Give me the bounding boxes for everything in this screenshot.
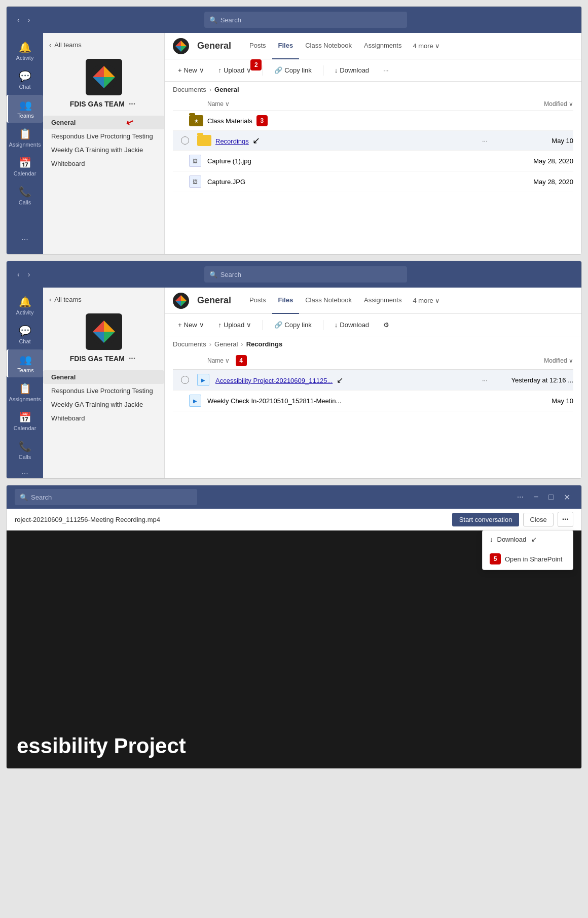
file-row-recordings[interactable]: Recordings ↙ ··· May 10 bbox=[173, 131, 573, 151]
tab-classnotebook-1[interactable]: Class Notebook bbox=[299, 33, 358, 59]
toolbar-more-2[interactable]: ⚙ bbox=[378, 319, 394, 331]
upload-btn-2[interactable]: ↑ Upload ∨ bbox=[213, 319, 257, 331]
copylink-btn-1[interactable]: 🔗 Copy link bbox=[269, 64, 316, 76]
channel-whiteboard-2[interactable]: Whiteboard bbox=[43, 411, 164, 425]
sidebar-2-more[interactable]: ··· bbox=[7, 465, 43, 479]
forward-arrow-2[interactable]: › bbox=[25, 269, 33, 279]
chevron-down-icon-2: ∨ bbox=[435, 297, 440, 304]
all-teams-back[interactable]: ‹ All teams bbox=[43, 39, 164, 55]
new-btn-2[interactable]: + New ∨ bbox=[173, 319, 209, 331]
start-conversation-btn[interactable]: Start conversation bbox=[452, 513, 520, 526]
tab-posts-1[interactable]: Posts bbox=[243, 33, 272, 59]
tab-more-2[interactable]: 4 more ∨ bbox=[408, 288, 445, 314]
channel-whiteboard[interactable]: Whiteboard bbox=[43, 157, 164, 170]
dropdown-download[interactable]: ↓ Download ↙ bbox=[483, 531, 573, 548]
sidebar-2-teams[interactable]: 👥 Teams bbox=[7, 349, 43, 377]
copylink-btn-2[interactable]: 🔗 Copy link bbox=[269, 319, 316, 331]
channel-respondus[interactable]: Respondus Live Proctoring Testing bbox=[43, 129, 164, 143]
team-card-1: FDIS GAs TEAM ··· bbox=[43, 55, 164, 114]
file-row-capture1[interactable]: 🖼 Capture (1).jpg May 28, 2020 bbox=[173, 151, 573, 171]
back-arrow-1[interactable]: ‹ bbox=[15, 15, 22, 25]
sidebar-2-assignments-label: Assignments bbox=[9, 396, 41, 402]
teams-icon: 👥 bbox=[19, 99, 32, 111]
sidebar-item-more[interactable]: ··· bbox=[7, 231, 43, 248]
upload-label-2: Upload bbox=[224, 321, 244, 329]
chevron-down-icon-1: ∨ bbox=[435, 42, 440, 50]
new-btn-1[interactable]: + New ∨ bbox=[173, 64, 209, 76]
breadcrumb-sep-1: › bbox=[209, 86, 211, 93]
video-topbar: 🔍 Search ··· − □ ✕ bbox=[7, 485, 581, 509]
accessibility-label[interactable]: Accessibility Project-20210609_11125... bbox=[215, 377, 333, 384]
recordings-dots[interactable]: ··· bbox=[482, 137, 502, 145]
tab-files-2[interactable]: Files bbox=[272, 288, 300, 314]
actions-more-btn[interactable]: ··· bbox=[558, 512, 573, 527]
all-teams-label-2: All teams bbox=[54, 296, 81, 303]
step3-badge: 3 bbox=[256, 115, 268, 126]
tab-posts-2[interactable]: Posts bbox=[243, 288, 272, 314]
download-btn-2[interactable]: ↓ Download bbox=[329, 319, 374, 331]
channel-weekly[interactable]: Weekly GA Training with Jackie bbox=[43, 143, 164, 157]
file-row-accessibility[interactable]: ▶ Accessibility Project-20210609_11125..… bbox=[173, 370, 573, 391]
channel-general-label-2: General bbox=[51, 373, 76, 381]
channel-weekly-label-2: Weekly GA Training with Jackie bbox=[51, 401, 143, 408]
step2-container: 2 ↑ Upload ∨ bbox=[213, 64, 257, 76]
search-bar-2[interactable]: 🔍 Search bbox=[204, 266, 407, 283]
sidebar-2-calendar[interactable]: 📅 Calendar bbox=[7, 407, 43, 435]
sidebar-2-calls[interactable]: 📞 Calls bbox=[7, 436, 43, 464]
calls-icon-2: 📞 bbox=[19, 440, 31, 452]
video-actions-bar: roject-20210609_111256-Meeting Recording… bbox=[7, 509, 581, 531]
maximize-btn[interactable]: □ bbox=[545, 491, 557, 503]
search-bar-1[interactable]: 🔍 Search bbox=[204, 12, 407, 28]
channel-general[interactable]: General ↙ bbox=[43, 116, 164, 129]
toolbar-more-1[interactable]: ··· bbox=[378, 64, 394, 76]
tab-more-label-2: 4 more bbox=[413, 297, 433, 304]
topbar-more-btn[interactable]: ··· bbox=[514, 491, 527, 503]
image-icon-1: 🖼 bbox=[189, 155, 207, 167]
channel-general-2[interactable]: General bbox=[43, 370, 164, 384]
sidebar-item-assignments[interactable]: 📋 Assignments bbox=[7, 124, 43, 152]
file-row-classmaterials[interactable]: ★ Class Materials 3 bbox=[173, 111, 573, 131]
search-icon-2: 🔍 bbox=[209, 271, 217, 278]
breadcrumb-docs-2: Documents bbox=[173, 340, 206, 348]
tab-assignments-1[interactable]: Assignments bbox=[358, 33, 408, 59]
sidebar-item-chat[interactable]: 💬 Chat bbox=[7, 66, 43, 94]
search-bar-3[interactable]: 🔍 Search bbox=[15, 489, 197, 505]
col-name-header-2: Name ∨ 4 bbox=[207, 355, 482, 366]
sidebar-item-calls[interactable]: 📞 Calls bbox=[7, 182, 43, 209]
file-table-header-1: Name ∨ Modified ∨ bbox=[173, 97, 573, 111]
channel-respondus-2[interactable]: Respondus Live Proctoring Testing bbox=[43, 384, 164, 398]
class-materials-name: Class Materials 3 bbox=[207, 115, 482, 126]
dropdown-sharepoint[interactable]: 5 Open in SharePoint bbox=[483, 548, 573, 570]
tab-assignments-2[interactable]: Assignments bbox=[358, 288, 408, 314]
content-area-2: General Posts Files Class Notebook Assig… bbox=[165, 288, 581, 478]
download-btn-1[interactable]: ↓ Download bbox=[329, 64, 374, 76]
back-arrow-2[interactable]: ‹ bbox=[15, 269, 22, 279]
close-label: Close bbox=[530, 516, 546, 523]
sidebar-item-calendar[interactable]: 📅 Calendar bbox=[7, 153, 43, 181]
sidebar-2-activity[interactable]: 🔔 Activity bbox=[7, 292, 43, 320]
recordings-check[interactable] bbox=[181, 136, 197, 145]
team-options-btn-2[interactable]: ··· bbox=[127, 353, 137, 364]
close-window-btn[interactable]: ✕ bbox=[561, 491, 573, 503]
channel-weekly-2[interactable]: Weekly GA Training with Jackie bbox=[43, 398, 164, 411]
sidebar-item-activity[interactable]: 🔔 Activity bbox=[7, 37, 43, 65]
team-options-btn[interactable]: ··· bbox=[127, 98, 137, 110]
tab-files-1[interactable]: Files bbox=[272, 33, 300, 59]
channel-list-2: General Respondus Live Proctoring Testin… bbox=[43, 370, 164, 425]
sidebar-2-assignments[interactable]: 📋 Assignments bbox=[7, 378, 43, 406]
nav-tabs-1: Posts Files Class Notebook Assignments 4… bbox=[243, 33, 445, 59]
tab-more-1[interactable]: 4 more ∨ bbox=[408, 33, 445, 59]
minimize-btn[interactable]: − bbox=[531, 491, 541, 503]
sidebar-item-teams[interactable]: 👥 Teams bbox=[7, 95, 43, 123]
forward-arrow-1[interactable]: › bbox=[25, 15, 33, 25]
all-teams-back-2[interactable]: ‹ All teams bbox=[43, 294, 164, 309]
sidebar-2-chat[interactable]: 💬 Chat bbox=[7, 321, 43, 348]
toolbar-sep-3 bbox=[263, 320, 263, 330]
file-row-capture[interactable]: 🖼 Capture.JPG May 28, 2020 bbox=[173, 171, 573, 192]
accessibility-dots[interactable]: ··· bbox=[482, 376, 502, 384]
close-btn-video[interactable]: Close bbox=[523, 513, 553, 526]
tab-classnotebook-2[interactable]: Class Notebook bbox=[299, 288, 358, 314]
accessibility-check[interactable] bbox=[181, 376, 197, 384]
recordings-label[interactable]: Recordings bbox=[215, 137, 249, 145]
file-row-weeklycheckin[interactable]: ▶ Weekly Check In-20210510_152811-Meetin… bbox=[173, 391, 573, 411]
